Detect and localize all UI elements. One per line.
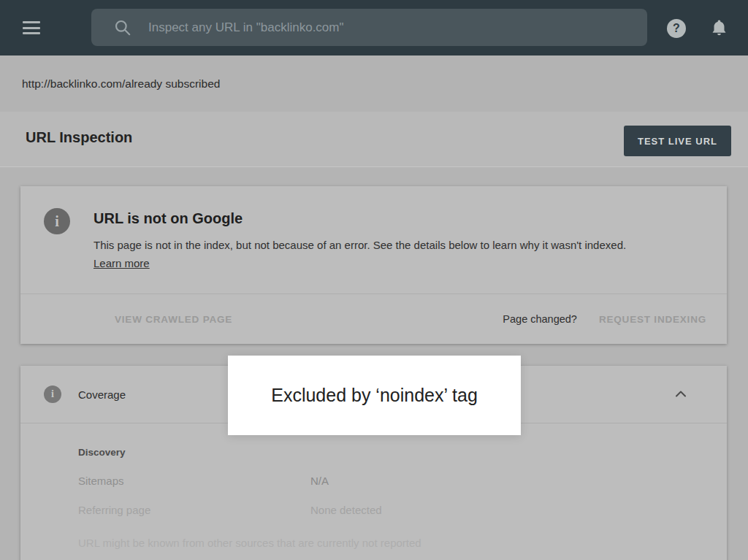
search-icon	[113, 18, 132, 37]
table-row: Sitemaps N/A	[78, 475, 706, 487]
status-description: This page is not in the index, but not b…	[94, 239, 626, 251]
request-indexing-button[interactable]: REQUEST INDEXING	[599, 314, 706, 325]
app-header: ?	[0, 0, 748, 55]
notifications-bell-icon[interactable]	[709, 18, 729, 38]
title-band: URL Inspection TEST LIVE URL	[0, 112, 748, 167]
inspected-url-bar: http://backlinko.com/already subscribed	[0, 55, 748, 112]
referring-page-label: Referring page	[78, 504, 310, 516]
view-crawled-page-button[interactable]: VIEW CRAWLED PAGE	[115, 314, 232, 325]
sitemaps-label: Sitemaps	[78, 475, 310, 487]
highlight-callout: Excluded by ‘noindex’ tag	[228, 356, 521, 435]
info-icon: i	[44, 208, 70, 234]
breadcrumb: http://backlinko.com/already subscribed	[22, 77, 220, 91]
table-row: Referring page None detected	[78, 504, 706, 516]
page-title: URL Inspection	[26, 129, 132, 146]
discovery-heading: Discovery	[78, 447, 706, 458]
chevron-up-icon[interactable]	[672, 386, 690, 403]
index-status-card: i URL is not on Google This page is not …	[20, 186, 727, 344]
coverage-status-text: Excluded by ‘noindex’ tag	[271, 385, 478, 406]
coverage-section-label: Coverage	[78, 388, 126, 401]
url-inspect-search[interactable]	[91, 9, 647, 46]
test-live-url-button[interactable]: TEST LIVE URL	[624, 126, 731, 156]
referring-page-value: None detected	[310, 504, 382, 516]
discovery-footnote: URL might be known from other sources th…	[78, 537, 706, 549]
page-changed-label: Page changed?	[503, 313, 577, 325]
status-card-footer: VIEW CRAWLED PAGE Page changed? REQUEST …	[20, 294, 727, 344]
search-input[interactable]	[148, 20, 634, 35]
status-title: URL is not on Google	[94, 210, 627, 227]
menu-icon[interactable]	[23, 21, 40, 34]
learn-more-link[interactable]: Learn more	[94, 257, 150, 269]
sitemaps-value: N/A	[310, 475, 329, 487]
help-icon[interactable]: ?	[667, 19, 686, 38]
info-icon: i	[44, 386, 61, 403]
